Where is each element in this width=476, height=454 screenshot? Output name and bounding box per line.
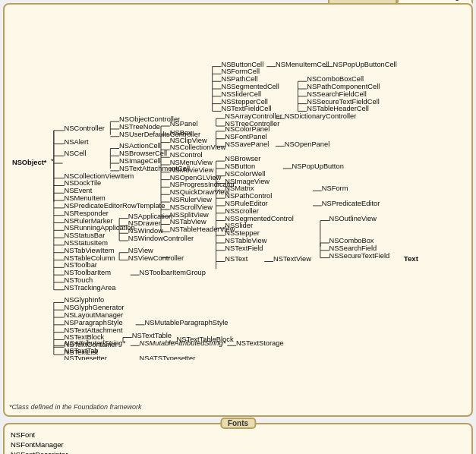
svg-text:NSMovieView: NSMovieView	[170, 166, 214, 174]
svg-text:NSTextTable: NSTextTable	[132, 332, 172, 339]
svg-text:NSMenuItem: NSMenuItem	[65, 194, 106, 202]
svg-text:NSMatrix: NSMatrix	[225, 184, 254, 192]
diagram-area: NSObject* * NSController NSObjectControl…	[9, 11, 467, 400]
nsobject-label: NSObject*	[12, 159, 47, 166]
svg-text:NSSplitView: NSSplitView	[170, 211, 209, 219]
svg-text:NSPopUpButtonCell: NSPopUpButtonCell	[333, 61, 397, 68]
svg-text:NSTextStorage: NSTextStorage	[236, 339, 284, 347]
svg-text:NSClipView: NSClipView	[170, 137, 207, 144]
svg-text:NSRuleEditor: NSRuleEditor	[225, 200, 267, 207]
class-diagram-svg: NSObject* * NSController NSObjectControl…	[9, 11, 467, 360]
svg-text:NSText: NSText	[225, 256, 247, 263]
svg-text:NSImageCell: NSImageCell	[119, 157, 161, 165]
fonts-box: Fonts NSFont NSFontManager NSFontDescrip…	[3, 423, 473, 454]
svg-text:NSComboBoxCell: NSComboBoxCell	[307, 75, 364, 83]
svg-text:NSGlyphGenerator: NSGlyphGenerator	[65, 304, 125, 311]
svg-text:NSBrowser: NSBrowser	[225, 155, 260, 162]
svg-text:NSRunningApplication: NSRunningApplication	[65, 224, 135, 232]
outer-container: User Interface Cocoa Bindings NSObject* …	[0, 0, 476, 454]
svg-text:NSQuickDrawView: NSQuickDrawView	[170, 188, 230, 196]
svg-text:NSPopUpButton: NSPopUpButton	[292, 162, 344, 170]
svg-text:NSView: NSView	[128, 247, 153, 254]
svg-text:NSTrackingArea: NSTrackingArea	[65, 284, 117, 292]
svg-text:NSRulerView: NSRulerView	[170, 196, 212, 203]
text-section-label: Text	[404, 254, 419, 263]
svg-text:NSStepperCell: NSStepperCell	[221, 98, 268, 106]
svg-text:NSToolbarItem: NSToolbarItem	[65, 269, 112, 276]
fonts-box-title: Fonts	[220, 418, 256, 429]
svg-text:NSDictionaryController: NSDictionaryController	[285, 112, 357, 120]
svg-text:NSMutableParagraphStyle: NSMutableParagraphStyle	[144, 319, 228, 326]
svg-text:NSSegmentedCell: NSSegmentedCell	[221, 83, 279, 90]
svg-text:NSButtonCell: NSButtonCell	[221, 61, 263, 68]
svg-text:NSArrayController: NSArrayController	[225, 112, 282, 120]
svg-text:NSActionCell: NSActionCell	[119, 142, 161, 150]
svg-text:NSForm: NSForm	[322, 184, 348, 192]
svg-text:NSSearchField: NSSearchField	[329, 244, 377, 252]
svg-text:NSParagraphStyle: NSParagraphStyle	[65, 319, 123, 326]
svg-text:NSTextTab: NSTextTab	[65, 347, 99, 355]
content-area: NSObject* * NSController NSObjectControl…	[9, 11, 467, 411]
svg-text:NSFormCell: NSFormCell	[221, 68, 260, 75]
svg-text:NSAlert: NSAlert	[65, 138, 89, 146]
svg-text:NSTableHeaderCell: NSTableHeaderCell	[307, 105, 369, 112]
svg-text:NSPathCell: NSPathCell	[221, 75, 257, 83]
svg-text:NSOpenPanel: NSOpenPanel	[285, 140, 329, 148]
svg-text:NSCollectionViewItem: NSCollectionViewItem	[65, 172, 134, 180]
svg-text:NSStatusItem: NSStatusItem	[65, 239, 109, 247]
svg-text:NSPanel: NSPanel	[170, 120, 198, 128]
svg-text:NSTableColumn: NSTableColumn	[65, 254, 115, 262]
footnote: *Class defined in the Foundation framewo…	[9, 403, 467, 411]
svg-text:NSTypesetter: NSTypesetter	[65, 355, 107, 360]
svg-text:NSViewController: NSViewController	[128, 254, 184, 262]
svg-text:NSCell: NSCell	[65, 150, 87, 157]
svg-text:NSColorPanel: NSColorPanel	[225, 125, 270, 133]
svg-text:NSTabView: NSTabView	[170, 218, 206, 225]
svg-text:NSTouch: NSTouch	[65, 276, 93, 284]
svg-text:NSMenuView: NSMenuView	[170, 159, 213, 166]
svg-text:NSSearchFieldCell: NSSearchFieldCell	[307, 90, 367, 98]
svg-text:NSMutableAttributedString*: NSMutableAttributedString*	[140, 339, 226, 347]
nsfont-item: NSFont	[11, 430, 465, 440]
svg-text:NSSavePanel: NSSavePanel	[225, 140, 269, 148]
nsfontdescriptor-item: NSFontDescriptor	[11, 450, 465, 454]
svg-text:NSTextAttachment: NSTextAttachment	[65, 326, 123, 334]
svg-text:NSBox: NSBox	[170, 129, 192, 137]
svg-text:NSToolbarItemGroup: NSToolbarItemGroup	[140, 269, 206, 276]
svg-text:NSSecureTextField: NSSecureTextField	[329, 252, 390, 260]
svg-text:NSMenuItemCell: NSMenuItemCell	[276, 61, 329, 68]
svg-text:NSButton: NSButton	[225, 162, 255, 170]
svg-text:NSScroller: NSScroller	[225, 207, 258, 215]
svg-text:NSGlyphInfo: NSGlyphInfo	[65, 296, 105, 304]
svg-text:NSStepper: NSStepper	[225, 229, 259, 237]
svg-text:NSBrowserCell: NSBrowserCell	[119, 150, 167, 157]
svg-text:NSSliderCell: NSSliderCell	[221, 90, 261, 98]
svg-text:NSRulerMarker: NSRulerMarker	[65, 217, 113, 225]
svg-text:NSImageView: NSImageView	[225, 178, 270, 185]
svg-text:*: *	[51, 157, 54, 165]
svg-text:NSPathControl: NSPathControl	[225, 192, 272, 200]
svg-text:NSOutlineView: NSOutlineView	[329, 215, 377, 222]
svg-text:NSPredicateEditorRowTemplate: NSPredicateEditorRowTemplate	[65, 202, 165, 210]
svg-text:NSSecureTextFieldCell: NSSecureTextFieldCell	[307, 98, 380, 106]
fonts-content: NSFont NSFontManager NSFontDescriptor	[11, 430, 465, 454]
svg-text:NSAttributedString*: NSAttributedString*	[65, 339, 126, 347]
svg-text:NSStatusBar: NSStatusBar	[65, 232, 106, 239]
svg-text:NSATSTypesetter: NSATSTypesetter	[140, 355, 196, 360]
svg-text:NSTextField: NSTextField	[225, 244, 263, 252]
svg-text:NSPathComponentCell: NSPathComponentCell	[307, 83, 380, 90]
svg-text:NSApplication: NSApplication	[128, 213, 172, 220]
svg-text:NSDockTile: NSDockTile	[65, 179, 102, 187]
svg-text:NSColorWell: NSColorWell	[225, 170, 265, 178]
svg-text:NSTabViewItem: NSTabViewItem	[65, 247, 115, 254]
nsfontmanager-item: NSFontManager	[11, 440, 465, 450]
svg-text:NSOpenGLView: NSOpenGLView	[170, 174, 222, 181]
svg-text:NSTableView: NSTableView	[225, 237, 266, 244]
svg-text:NSToolbar: NSToolbar	[65, 261, 97, 269]
svg-text:NSSlider: NSSlider	[225, 222, 253, 229]
svg-text:NSSegmentedControl: NSSegmentedControl	[225, 215, 293, 222]
svg-text:NSScrollView: NSScrollView	[170, 203, 213, 211]
nscontroller: NSController	[65, 125, 105, 132]
main-content-box: NSObject* * NSController NSObjectControl…	[3, 3, 473, 417]
svg-text:NSTreeNode: NSTreeNode	[119, 123, 160, 131]
